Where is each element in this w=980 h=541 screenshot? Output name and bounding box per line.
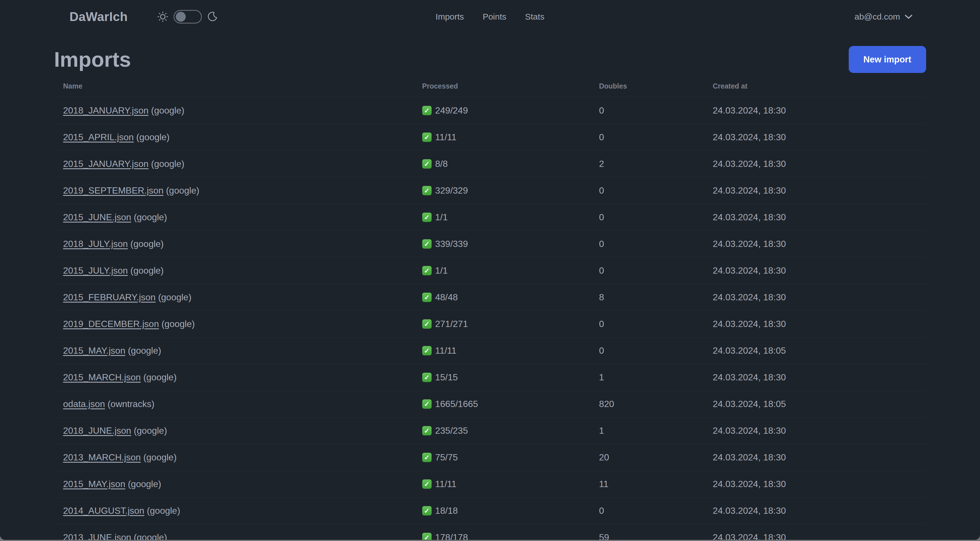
processed-count: 1/1 — [435, 265, 448, 276]
import-source: (google) — [161, 319, 194, 329]
doubles-value: 0 — [590, 177, 704, 204]
created-at-value: 24.03.2024, 18:30 — [704, 124, 926, 151]
processed-count: 75/75 — [435, 452, 458, 463]
theme-switcher — [157, 10, 218, 24]
import-file-link[interactable]: 2015_FEBRUARY.json — [63, 292, 156, 302]
check-icon: ✓ — [422, 319, 431, 329]
new-import-button[interactable]: New import — [849, 46, 926, 73]
check-icon: ✓ — [422, 373, 431, 382]
doubles-value: 0 — [590, 257, 704, 284]
check-icon: ✓ — [422, 159, 431, 169]
doubles-value: 59 — [590, 524, 704, 540]
processed-count: 178/178 — [435, 532, 468, 540]
doubles-value: 0 — [590, 231, 704, 257]
import-source: (google) — [130, 239, 164, 249]
doubles-value: 0 — [590, 97, 704, 124]
import-file-link[interactable]: 2015_JUNE.json — [63, 212, 131, 222]
check-icon: ✓ — [422, 106, 431, 115]
check-icon: ✓ — [422, 399, 431, 409]
check-icon: ✓ — [422, 346, 431, 355]
processed-count: 48/48 — [435, 292, 458, 303]
check-icon: ✓ — [422, 506, 431, 515]
import-source: (google) — [130, 265, 164, 276]
import-source: (google) — [137, 132, 170, 142]
import-file-link[interactable]: 2015_MARCH.json — [63, 372, 141, 382]
import-file-link[interactable]: 2015_JANUARY.json — [63, 159, 149, 169]
doubles-value: 0 — [590, 498, 704, 524]
created-at-value: 24.03.2024, 18:30 — [704, 418, 926, 444]
chevron-down-icon — [905, 14, 913, 19]
import-source: (google) — [166, 185, 199, 196]
import-source: (google) — [134, 212, 167, 222]
created-at-value: 24.03.2024, 18:30 — [704, 177, 926, 204]
import-source: (google) — [143, 452, 177, 462]
import-file-link[interactable]: 2015_MAY.json — [63, 479, 125, 489]
import-file-link[interactable]: 2015_JULY.json — [63, 265, 128, 276]
created-at-value: 24.03.2024, 18:30 — [704, 471, 926, 498]
import-source: (google) — [134, 532, 167, 540]
page-title: Imports — [54, 48, 131, 72]
processed-count: 15/15 — [435, 372, 458, 383]
doubles-value: 20 — [590, 444, 704, 471]
table-row: 2014_AUGUST.json(google) ✓ 18/18 0 24.03… — [54, 498, 926, 524]
table-row: 2013_JUNE.json(google) ✓ 178/178 59 24.0… — [54, 524, 926, 540]
theme-toggle[interactable] — [173, 10, 202, 24]
import-file-link[interactable]: 2013_JUNE.json — [63, 532, 131, 540]
processed-count: 329/329 — [435, 185, 468, 196]
check-icon: ✓ — [422, 453, 431, 462]
import-file-link[interactable]: 2018_JUNE.json — [63, 426, 131, 436]
theme-toggle-knob — [176, 12, 186, 22]
doubles-value: 8 — [590, 284, 704, 311]
import-source: (google) — [134, 426, 167, 436]
nav-item-imports[interactable]: Imports — [436, 12, 464, 22]
import-source: (google) — [158, 292, 191, 302]
nav-item-stats[interactable]: Stats — [525, 12, 544, 22]
created-at-value: 24.03.2024, 18:30 — [704, 524, 926, 540]
import-file-link[interactable]: 2018_JANUARY.json — [63, 105, 149, 115]
page-header: Imports New import — [54, 46, 926, 73]
column-header-doubles: Doubles — [590, 75, 704, 97]
created-at-value: 24.03.2024, 18:30 — [704, 498, 926, 524]
table-row: 2019_SEPTEMBER.json(google) ✓ 329/329 0 … — [54, 177, 926, 204]
table-row: 2018_JANUARY.json(google) ✓ 249/249 0 24… — [54, 97, 926, 124]
user-menu[interactable]: ab@cd.com — [854, 12, 913, 22]
import-file-link[interactable]: 2018_JULY.json — [63, 239, 128, 249]
import-file-link[interactable]: 2015_APRIL.json — [63, 132, 134, 142]
processed-count: 271/271 — [435, 319, 468, 329]
navbar: DaWarIch — [0, 0, 980, 34]
table-header-row: Name Processed Doubles Created at — [54, 75, 926, 97]
app-logo[interactable]: DaWarIch — [70, 10, 127, 24]
doubles-value: 0 — [590, 124, 704, 151]
imports-table-body: 2018_JANUARY.json(google) ✓ 249/249 0 24… — [54, 97, 926, 540]
import-file-link[interactable]: 2019_SEPTEMBER.json — [63, 185, 164, 196]
import-file-link[interactable]: 2019_DECEMBER.json — [63, 319, 159, 329]
import-file-link[interactable]: 2014_AUGUST.json — [63, 506, 144, 516]
import-file-link[interactable]: odata.json — [63, 399, 105, 409]
user-email: ab@cd.com — [854, 12, 900, 22]
created-at-value: 24.03.2024, 18:05 — [704, 337, 926, 364]
table-row: 2015_JULY.json(google) ✓ 1/1 0 24.03.202… — [54, 257, 926, 284]
doubles-value: 2 — [590, 151, 704, 177]
import-file-link[interactable]: 2015_MAY.json — [63, 345, 125, 356]
doubles-value: 0 — [590, 337, 704, 364]
processed-count: 1/1 — [435, 212, 448, 223]
check-icon: ✓ — [422, 266, 431, 275]
table-row: 2013_MARCH.json(google) ✓ 75/75 20 24.03… — [54, 444, 926, 471]
check-icon: ✓ — [422, 426, 431, 436]
created-at-value: 24.03.2024, 18:30 — [704, 231, 926, 257]
processed-count: 249/249 — [435, 105, 468, 116]
table-row: 2019_DECEMBER.json(google) ✓ 271/271 0 2… — [54, 311, 926, 337]
import-source: (google) — [147, 506, 180, 516]
import-file-link[interactable]: 2013_MARCH.json — [63, 452, 141, 462]
sun-icon — [157, 11, 169, 22]
table-row: 2018_JULY.json(google) ✓ 339/339 0 24.03… — [54, 231, 926, 257]
table-row: 2015_FEBRUARY.json(google) ✓ 48/48 8 24.… — [54, 284, 926, 311]
check-icon: ✓ — [422, 293, 431, 302]
check-icon: ✓ — [422, 212, 431, 222]
column-header-name: Name — [54, 75, 413, 97]
nav-item-points[interactable]: Points — [483, 12, 506, 22]
table-row: 2015_APRIL.json(google) ✓ 11/11 0 24.03.… — [54, 124, 926, 151]
check-icon: ✓ — [422, 186, 431, 195]
processed-count: 11/11 — [435, 479, 457, 489]
import-source: (google) — [128, 345, 161, 356]
